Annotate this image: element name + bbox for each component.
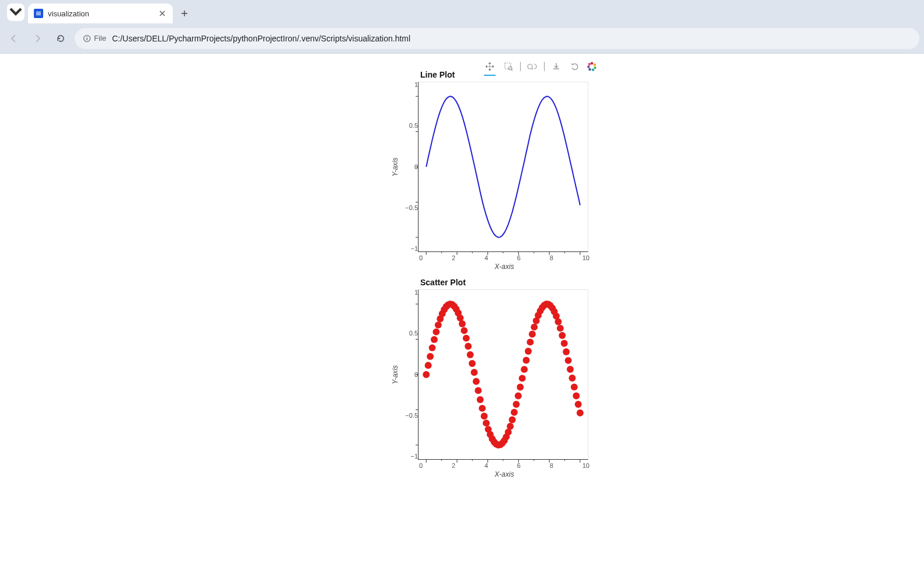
svg-point-119 — [565, 357, 572, 364]
svg-point-116 — [559, 332, 566, 339]
svg-point-73 — [473, 378, 480, 385]
line-plot-xticks: 0 2 4 6 8 10 — [419, 254, 590, 261]
browser-chrome: visualization File C:/Users/DELL/Pycharm… — [0, 0, 924, 54]
svg-point-96 — [519, 375, 526, 382]
svg-point-14 — [587, 65, 590, 68]
browser-tab[interactable]: visualization — [28, 4, 173, 23]
svg-point-49 — [425, 362, 432, 369]
svg-point-15 — [588, 63, 591, 65]
svg-point-67 — [461, 327, 468, 334]
svg-point-77 — [481, 412, 488, 419]
svg-point-76 — [479, 405, 486, 412]
svg-point-114 — [555, 319, 562, 326]
svg-rect-6 — [505, 63, 511, 69]
scatter-plot-yticks: 1 0.5 0 −0.5 −1 — [402, 289, 418, 460]
svg-point-72 — [470, 369, 477, 376]
reload-button[interactable] — [51, 29, 70, 48]
svg-point-74 — [475, 387, 482, 394]
svg-point-78 — [483, 419, 490, 426]
svg-point-121 — [569, 375, 576, 382]
line-plot-block: Line Plot Y-axis 1 0.5 0 −0.5 −1 0 2 4 6 — [391, 70, 601, 271]
svg-point-50 — [427, 353, 434, 360]
scatter-plot-block: Scatter Plot Y-axis 1 0.5 0 −0.5 −1 0 2 … — [391, 278, 601, 478]
scatter-plot-frame[interactable] — [418, 289, 588, 460]
back-button[interactable] — [5, 29, 23, 48]
svg-point-70 — [467, 351, 474, 358]
svg-point-118 — [563, 348, 570, 355]
svg-rect-1 — [36, 13, 41, 13]
svg-point-94 — [515, 392, 522, 399]
svg-point-71 — [469, 360, 476, 367]
svg-point-54 — [435, 321, 442, 328]
svg-point-75 — [477, 396, 484, 403]
svg-point-11 — [594, 67, 596, 69]
svg-point-125 — [577, 410, 584, 417]
svg-point-124 — [575, 401, 582, 408]
url-scheme-label: File — [94, 34, 106, 43]
line-plot-yticks: 1 0.5 0 −0.5 −1 — [402, 82, 418, 252]
close-tab-button[interactable] — [158, 9, 167, 18]
svg-point-98 — [523, 357, 530, 364]
svg-point-51 — [428, 344, 435, 351]
line-plot-xlabel: X-axis — [419, 263, 590, 271]
svg-point-92 — [511, 409, 518, 416]
svg-point-115 — [557, 325, 564, 332]
forward-button[interactable] — [28, 29, 47, 48]
svg-point-48 — [423, 371, 430, 378]
plots-column: Line Plot Y-axis 1 0.5 0 −0.5 −1 0 2 4 6 — [391, 70, 601, 485]
scatter-plot-xticks: 0 2 4 6 8 10 — [419, 462, 590, 469]
line-plot-title: Line Plot — [420, 70, 601, 79]
svg-point-122 — [571, 383, 578, 390]
line-plot-frame[interactable] — [418, 82, 588, 252]
scatter-plot-ylabel: Y-axis — [391, 365, 399, 384]
svg-point-117 — [561, 340, 568, 347]
line-series — [426, 96, 580, 237]
tab-title: visualization — [48, 9, 153, 18]
browser-menu-button[interactable] — [7, 4, 25, 21]
svg-point-66 — [459, 320, 466, 327]
svg-point-9 — [591, 62, 593, 64]
svg-point-97 — [521, 366, 528, 373]
svg-point-68 — [463, 335, 470, 342]
svg-point-93 — [512, 401, 519, 408]
svg-point-102 — [531, 324, 538, 331]
svg-point-53 — [433, 328, 440, 335]
svg-point-91 — [509, 417, 516, 424]
svg-point-123 — [573, 392, 580, 399]
svg-point-69 — [465, 343, 472, 350]
svg-point-52 — [431, 336, 438, 343]
svg-point-95 — [517, 384, 524, 391]
url-text: C:/Users/DELL/PycharmProjects/pythonProj… — [112, 34, 410, 43]
svg-point-101 — [529, 331, 536, 338]
svg-point-8 — [528, 64, 532, 69]
address-bar[interactable]: File C:/Users/DELL/PycharmProjects/pytho… — [75, 28, 919, 49]
tab-strip: visualization — [0, 0, 924, 23]
scatter-plot-xlabel: X-axis — [419, 470, 590, 478]
url-scheme-indicator: File — [83, 34, 106, 43]
svg-rect-0 — [36, 12, 41, 12]
svg-point-90 — [507, 423, 514, 430]
svg-rect-2 — [36, 15, 41, 15]
svg-point-99 — [525, 348, 532, 355]
browser-toolbar: File C:/Users/DELL/PycharmProjects/pytho… — [0, 23, 924, 54]
svg-rect-5 — [86, 36, 87, 37]
svg-point-100 — [526, 338, 534, 345]
line-plot-ylabel: Y-axis — [391, 158, 399, 176]
scatter-plot-title: Scatter Plot — [420, 278, 601, 287]
page-favicon — [34, 9, 43, 18]
scatter-series — [423, 300, 584, 449]
svg-point-10 — [594, 64, 596, 66]
svg-point-120 — [567, 366, 574, 373]
svg-rect-4 — [86, 38, 87, 40]
new-tab-button[interactable] — [176, 5, 193, 22]
